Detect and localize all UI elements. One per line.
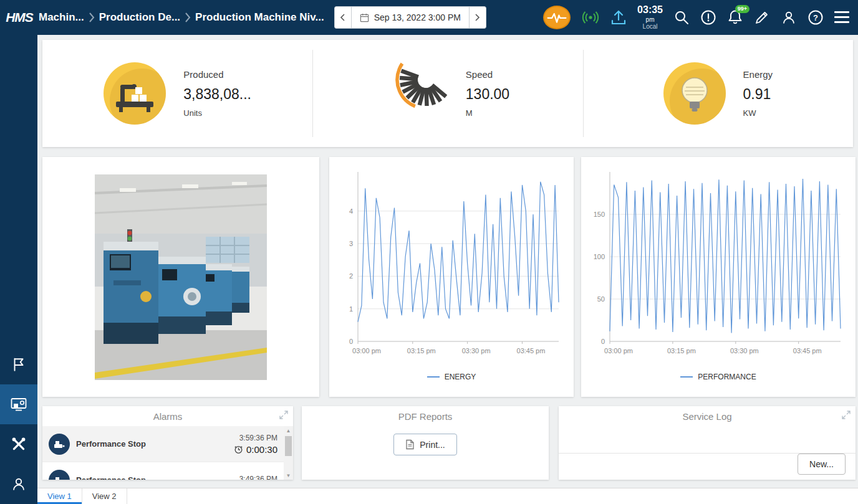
print-button-label: Print... (420, 440, 445, 450)
svg-text:03:00 pm: 03:00 pm (352, 347, 381, 354)
alert-icon[interactable] (700, 9, 716, 26)
sidebar-item-machine-view[interactable] (0, 384, 37, 424)
energy-chart-card: 0123403:00 pm03:15 pm03:30 pm03:45 pm EN… (329, 157, 574, 397)
energy-chart-legend[interactable]: ENERGY (335, 373, 567, 381)
kpi-strip: Produced 3,838,08... Units (42, 40, 853, 147)
date-range-picker: Sep 13, 2022 3:00 PM (334, 6, 486, 29)
broadcast-icon[interactable] (581, 8, 600, 27)
search-icon[interactable] (673, 9, 690, 26)
production-robot-icon (104, 62, 166, 125)
time-zone-label: Local (637, 23, 663, 31)
breadcrumb-machines[interactable]: Machin... (39, 11, 84, 24)
breadcrumb-production-machine[interactable]: Production Machine Niv... (195, 11, 324, 24)
kpi-speed-unit: M (466, 108, 509, 118)
alarms-card: Alarms Performance Stop 3:59:36 PM 0:00:… (42, 406, 293, 480)
svg-text:50: 50 (597, 295, 605, 303)
alarms-scrollbar[interactable]: ▲ ▼ (284, 426, 293, 480)
svg-text:100: 100 (594, 253, 605, 260)
breadcrumb: Machin... Production De... Production Ma… (39, 11, 324, 24)
svg-text:03:45 pm: 03:45 pm (793, 347, 822, 354)
sidebar-item-operator[interactable] (0, 464, 37, 504)
print-button[interactable]: Print... (393, 434, 456, 455)
performance-chart-legend[interactable]: PERFORMANCE (587, 373, 849, 381)
expand-icon[interactable] (842, 411, 851, 419)
kpi-speed-value: 130.00 (466, 86, 509, 103)
alarms-title: Alarms (153, 411, 183, 422)
new-service-entry-button[interactable]: New... (798, 454, 846, 475)
tab-view-2[interactable]: View 2 (82, 488, 127, 504)
legend-line-icon (427, 376, 440, 378)
calendar-icon (360, 13, 369, 22)
legend-label: ENERGY (445, 373, 476, 381)
view-tabbar: View 1 View 2 (37, 488, 858, 504)
chevron-right-icon (88, 11, 95, 24)
next-period-button[interactable] (470, 6, 486, 29)
scrollbar-thumb[interactable] (285, 436, 292, 456)
machine-photo-card (42, 157, 319, 397)
kpi-produced: Produced 3,838,08... Units (42, 40, 312, 147)
service-log-card: Service Log New... (559, 406, 856, 480)
scroll-up-icon[interactable]: ▲ (284, 426, 293, 435)
flag-icon (11, 356, 27, 373)
kpi-produced-unit: Units (183, 108, 251, 118)
alarm-row[interactable]: Performance Stop 3:49:36 PM (42, 462, 284, 480)
tab-view-1[interactable]: View 1 (37, 488, 82, 504)
svg-text:03:00 pm: 03:00 pm (604, 347, 633, 354)
alarm-row[interactable]: Performance Stop 3:59:36 PM 0:00:30 (42, 426, 284, 462)
left-sidebar (0, 35, 37, 504)
document-icon (405, 439, 415, 450)
svg-text:3: 3 (349, 240, 353, 247)
light-bulb-icon (663, 62, 726, 125)
kpi-energy-value: 0.91 (743, 86, 773, 103)
time-value: 03:35 (637, 4, 663, 16)
notifications-bell-icon[interactable]: 99+ (727, 9, 743, 26)
speed-gauge-icon (386, 62, 448, 125)
kpi-produced-value: 3,838,08... (183, 86, 251, 103)
svg-text:2: 2 (349, 272, 353, 280)
service-log-title: Service Log (682, 411, 731, 422)
breadcrumb-production-dept[interactable]: Production De... (99, 11, 180, 24)
legend-label: PERFORMANCE (698, 373, 756, 381)
performance-chart-card: 05010015003:00 pm03:15 pm03:30 pm03:45 p… (581, 157, 856, 397)
svg-text:03:15 pm: 03:15 pm (407, 347, 436, 354)
machine-alarm-icon (49, 434, 70, 455)
alarm-time: 3:59:36 PM (234, 434, 277, 442)
sidebar-item-maintenance[interactable] (0, 424, 37, 464)
alarm-time: 3:49:36 PM (239, 475, 277, 480)
user-icon[interactable] (781, 9, 797, 26)
pdf-reports-card: PDF Reports Print... (302, 406, 549, 480)
alarm-name: Performance Stop (76, 439, 228, 449)
tools-icon (11, 436, 27, 452)
topbar-actions: 03:35 pm Local 99+ ? (543, 4, 858, 30)
machine-view-icon (10, 396, 27, 412)
kpi-speed: Speed 130.00 M (312, 40, 582, 147)
date-picker-button[interactable]: Sep 13, 2022 3:00 PM (351, 6, 470, 29)
svg-text:1: 1 (349, 305, 353, 313)
local-time: 03:35 pm Local (637, 4, 663, 30)
previous-period-button[interactable] (334, 6, 351, 29)
kpi-speed-label: Speed (466, 69, 509, 80)
legend-line-icon (680, 376, 693, 378)
upload-icon[interactable] (610, 9, 627, 26)
sidebar-item-flags[interactable] (0, 345, 37, 384)
new-button-label: New... (809, 459, 834, 469)
chevron-right-icon (184, 11, 191, 24)
svg-text:03:30 pm: 03:30 pm (462, 347, 491, 354)
live-values-icon[interactable] (543, 6, 571, 29)
hms-logo[interactable]: HMS (0, 10, 39, 25)
duration-clock-icon (234, 445, 243, 454)
edit-icon[interactable] (754, 9, 770, 26)
menu-icon[interactable] (834, 11, 849, 23)
svg-text:03:45 pm: 03:45 pm (517, 347, 546, 354)
alarm-name: Performance Stop (76, 475, 233, 480)
help-icon[interactable]: ? (807, 9, 824, 26)
performance-chart: 05010015003:00 pm03:15 pm03:30 pm03:45 p… (587, 163, 849, 364)
dashboard: Produced 3,838,08... Units (37, 35, 858, 488)
scroll-down-icon[interactable]: ▼ (284, 471, 293, 480)
pdf-reports-title: PDF Reports (398, 411, 453, 422)
time-meridiem: pm (637, 16, 663, 24)
expand-icon[interactable] (279, 411, 288, 419)
alarm-duration: 0:00:30 (246, 444, 277, 455)
energy-chart: 0123403:00 pm03:15 pm03:30 pm03:45 pm (335, 163, 567, 364)
svg-text:150: 150 (594, 211, 605, 218)
